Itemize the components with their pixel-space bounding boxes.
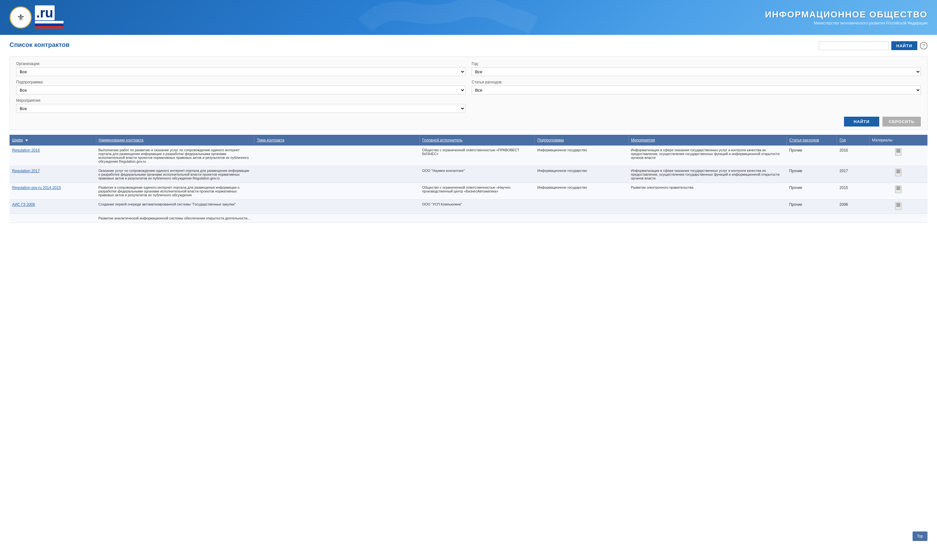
executor-sort-link[interactable]: Головной исполнитель — [423, 138, 463, 142]
contract-executor: ООО "УСП Компьюлинк" — [420, 200, 535, 214]
cipher-sort-link[interactable]: Шифр — [12, 138, 23, 142]
org-select[interactable]: Все — [16, 67, 465, 76]
contract-executor — [420, 214, 535, 223]
site-subtitle: Министерство экономического развития Рос… — [765, 21, 928, 25]
contract-measure: Информатизация в сфере оказания государс… — [628, 166, 787, 183]
contract-theme — [254, 214, 420, 223]
contracts-table: Шифр Наименование контракта Тема контрак… — [9, 135, 928, 223]
contract-year — [837, 214, 869, 223]
contract-cipher-link[interactable]: Regulation 2016 — [12, 148, 40, 152]
main-content: Список контрактов НАЙТИ ? Организации: В… — [0, 35, 937, 229]
table-row: Regulation 2017Оказание услуг по сопрово… — [9, 166, 928, 183]
document-icon[interactable] — [895, 148, 901, 156]
contract-materials[interactable] — [869, 200, 928, 214]
contract-materials[interactable] — [869, 183, 928, 200]
col-header-measure[interactable]: Мероприятия — [628, 135, 787, 146]
page-header-row: Список контрактов НАЙТИ ? — [9, 41, 928, 53]
flag-icon — [35, 21, 63, 29]
contract-executor: Общество с ограниченной ответственностью… — [420, 146, 535, 166]
filter-actions: НАЙТИ СБРОСИТЬ — [16, 117, 921, 126]
contract-materials[interactable] — [869, 214, 928, 223]
contract-name: Развитие аналитической информационной си… — [96, 214, 254, 223]
sort-arrow-icon — [25, 140, 28, 142]
contract-article: Прочие — [787, 166, 837, 183]
contract-article: Прочие — [787, 146, 837, 166]
year-select[interactable]: Все — [472, 67, 921, 76]
subprog-label: Подпрограмма: — [16, 80, 465, 85]
contract-article: Прочие — [787, 200, 837, 214]
subprog-select[interactable]: Все — [16, 86, 465, 94]
col-header-executor[interactable]: Головной исполнитель — [420, 135, 535, 146]
contract-subprog: Информационное государство — [535, 146, 628, 166]
contract-subprog: Информационное государство — [535, 166, 628, 183]
contract-theme — [254, 183, 420, 200]
help-icon[interactable]: ? — [920, 42, 928, 49]
contract-year: 2017 — [837, 166, 869, 183]
filter-reset-button[interactable]: СБРОСИТЬ — [882, 117, 921, 126]
contract-name: Развитие и сопровождение единого интерне… — [96, 183, 254, 200]
contract-name: Создание первой очереди автоматизированн… — [96, 200, 254, 214]
contract-theme — [254, 200, 420, 214]
contract-subprog — [535, 214, 628, 223]
top-search-input[interactable] — [819, 41, 889, 50]
logo-text: .ru — [35, 6, 55, 20]
page-header: ⚜ .ru ИНФОРМАЦИОННОЕ ОБЩЕСТВО Министерст… — [0, 0, 937, 35]
contract-measure: Развитие электронного правительства — [628, 183, 787, 200]
article-filter-group: Статья расходов: Все — [472, 80, 921, 94]
contract-cipher-link[interactable]: Regulation 2017 — [12, 169, 40, 173]
table-row: АИС ГЗ 2006Создание первой очереди автом… — [9, 200, 928, 214]
col-header-cipher[interactable]: Шифр — [9, 135, 96, 146]
contract-materials[interactable] — [869, 146, 928, 166]
document-icon[interactable] — [895, 186, 901, 193]
filter-form: Организации: Все Год: Все Подпрограмма: … — [9, 57, 928, 130]
map-background — [63, 0, 826, 35]
contract-measure — [628, 214, 787, 223]
contract-name: Выполнение работ по развитию и оказание … — [96, 146, 254, 166]
contract-measure: Информатизация в сфере оказания государс… — [628, 146, 787, 166]
article-sort-link[interactable]: Статья расходов — [789, 138, 819, 142]
contract-subprog — [535, 200, 628, 214]
year-sort-link[interactable]: Год — [840, 138, 846, 142]
theme-sort-link[interactable]: Тема контракта — [257, 138, 284, 142]
contract-cipher-link[interactable]: Regulation.gov.ru 2014-2015 — [12, 186, 61, 190]
contract-executor: Общество с ограниченной ответственностью… — [420, 183, 535, 200]
contract-materials[interactable] — [869, 166, 928, 183]
logo-ru: .ru — [35, 6, 63, 29]
contract-name: Оказание услуг по сопровождению единого … — [96, 166, 254, 183]
page-title: Список контрактов — [9, 41, 69, 49]
filter-row-3: Мероприятия: Все — [16, 98, 921, 113]
contract-executor: ООО "Наумен консалтинг" — [420, 166, 535, 183]
subprog-filter-group: Подпрограмма: Все — [16, 80, 465, 94]
table-header-row: Шифр Наименование контракта Тема контрак… — [9, 135, 928, 146]
top-search-button[interactable]: НАЙТИ — [891, 41, 917, 50]
contract-article: Прочие — [787, 183, 837, 200]
top-search-area: НАЙТИ ? — [819, 41, 928, 50]
document-icon[interactable] — [895, 202, 901, 210]
emblem-icon: ⚜ — [9, 6, 32, 29]
document-icon[interactable] — [895, 169, 901, 176]
col-header-subprog[interactable]: Подпрограмма — [535, 135, 628, 146]
contract-year: 2006 — [837, 200, 869, 214]
article-label: Статья расходов: — [472, 80, 921, 85]
article-select[interactable]: Все — [472, 86, 921, 94]
org-label: Организации: — [16, 62, 465, 66]
year-filter-group: Год: Все — [472, 62, 921, 76]
logo-container: ⚜ .ru — [9, 6, 63, 29]
filter-find-button[interactable]: НАЙТИ — [844, 117, 879, 126]
col-header-theme[interactable]: Тема контракта — [254, 135, 420, 146]
measure-sort-link[interactable]: Мероприятия — [631, 138, 655, 142]
table-row: Regulation.gov.ru 2014-2015Развитие и со… — [9, 183, 928, 200]
col-header-name[interactable]: Наименование контракта — [96, 135, 254, 146]
measure-filter-group: Мероприятия: Все — [16, 98, 465, 113]
contract-year: 2016 — [837, 146, 869, 166]
measure-label: Мероприятия: — [16, 98, 465, 103]
col-header-year[interactable]: Год — [837, 135, 869, 146]
contract-cipher-link[interactable]: АИС ГЗ 2006 — [12, 202, 35, 207]
subprog-sort-link[interactable]: Подпрограмма — [537, 138, 564, 142]
name-sort-link[interactable]: Наименование контракта — [99, 138, 144, 142]
measure-select[interactable]: Все — [16, 104, 465, 113]
col-header-article[interactable]: Статья расходов — [787, 135, 837, 146]
contract-year: 2015 — [837, 183, 869, 200]
contract-measure — [628, 200, 787, 214]
filter-row-1: Организации: Все Год: Все — [16, 62, 921, 76]
